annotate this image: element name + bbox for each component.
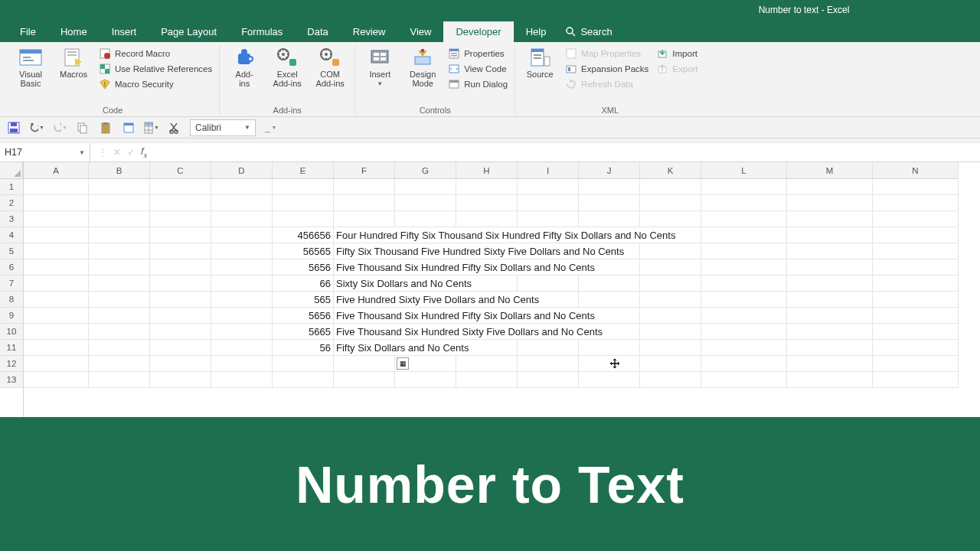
cell[interactable] [640,179,701,195]
tab-formulas[interactable]: Formulas [229,21,295,42]
cell[interactable] [456,276,518,292]
cell[interactable] [873,308,959,324]
cell[interactable] [89,372,150,388]
column-header[interactable]: H [456,162,518,179]
cell[interactable] [701,372,787,388]
cell[interactable] [701,227,787,243]
cell[interactable] [873,195,959,211]
tab-home[interactable]: Home [48,21,100,42]
cell[interactable] [89,195,150,211]
cell[interactable] [701,243,787,259]
cell[interactable] [873,356,959,372]
run-dialog-button[interactable]: Run Dialog [446,77,510,91]
cell[interactable] [518,227,579,243]
column-header[interactable]: F [334,162,395,179]
paste-button[interactable] [98,120,113,135]
cell[interactable] [395,243,456,259]
cell[interactable] [89,356,150,372]
cell[interactable] [456,356,518,372]
cell[interactable] [334,195,395,211]
cell[interactable] [150,227,211,243]
addins-button[interactable]: Add- ins [224,45,264,104]
cell[interactable] [579,340,640,356]
redo-button[interactable]: ▼ [52,120,67,135]
formula-input[interactable] [155,143,980,161]
cell[interactable] [395,179,456,195]
view-code-button[interactable]: View Code [446,62,510,76]
cell[interactable]: 456656 [273,227,334,243]
worksheet-grid[interactable]: 12345678910111213 ABCDEFGHIJKLMN 456656F… [0,162,980,417]
cell[interactable]: Five Hundred Sixty Five Dollars and No C… [334,292,395,308]
cell[interactable] [640,324,701,340]
cell[interactable] [787,356,873,372]
cell[interactable] [579,276,640,292]
table-button[interactable]: ▼ [144,120,159,135]
tab-data[interactable]: Data [295,21,340,42]
cell[interactable] [395,227,456,243]
row-header[interactable]: 6 [0,259,23,276]
cell[interactable] [150,179,211,195]
qat-customize-button[interactable]: ⎯▼ [263,120,279,135]
undo-button[interactable]: ▼ [29,120,44,135]
column-header[interactable]: A [24,162,89,179]
cancel-formula-button[interactable]: ✕ [113,147,121,158]
cell[interactable] [150,195,211,211]
cell[interactable]: Five Thousand Six Hundred Fifty Six Doll… [334,259,395,276]
cell[interactable] [787,179,873,195]
cell[interactable]: 56 [273,340,334,356]
cell[interactable]: 66 [273,276,334,292]
cell[interactable] [456,340,518,356]
cell[interactable] [395,324,456,340]
row-header[interactable]: 10 [0,324,23,340]
cell[interactable] [150,356,211,372]
row-header[interactable]: 1 [0,179,23,195]
cell[interactable]: Sixty Six Dollars and No Cents [334,276,395,292]
visual-basic-button[interactable]: Visual Basic [11,45,51,104]
save-button[interactable] [6,120,21,135]
cell[interactable] [579,372,640,388]
cell[interactable] [334,179,395,195]
cell[interactable] [787,259,873,276]
column-header[interactable]: L [701,162,787,179]
column-header[interactable]: M [787,162,873,179]
cell[interactable] [873,211,959,227]
cell[interactable]: 565 [273,292,334,308]
cell[interactable] [89,259,150,276]
tab-insert[interactable]: Insert [100,21,149,42]
row-header[interactable]: 7 [0,276,23,292]
com-addins-button[interactable]: COM Add-ins [310,45,350,104]
cell[interactable] [579,324,640,340]
cell[interactable] [395,195,456,211]
insert-control-button[interactable]: Insert ▼ [360,45,400,104]
cell[interactable] [211,211,273,227]
row-header[interactable]: 12 [0,356,23,372]
cell[interactable] [787,227,873,243]
cell[interactable] [701,356,787,372]
cell[interactable] [24,243,89,259]
cell[interactable] [518,308,579,324]
cell[interactable] [24,308,89,324]
cell[interactable] [334,372,395,388]
refresh-data-button[interactable]: Refresh Data [563,77,651,91]
cell[interactable] [701,292,787,308]
cell[interactable] [518,243,579,259]
cell[interactable] [518,356,579,372]
cell[interactable] [24,259,89,276]
cell[interactable] [579,227,640,243]
cell[interactable] [787,195,873,211]
cell[interactable] [579,195,640,211]
macros-button[interactable]: Macros [54,45,93,104]
cell[interactable] [579,259,640,276]
cell[interactable] [150,276,211,292]
use-relative-references-button[interactable]: Use Relative References [96,62,214,76]
cell[interactable] [211,259,273,276]
cell[interactable] [456,292,518,308]
cell[interactable] [211,243,273,259]
cell[interactable] [873,340,959,356]
column-header[interactable]: E [273,162,334,179]
cell[interactable] [456,308,518,324]
properties-button[interactable]: Properties [446,47,510,60]
select-all-corner[interactable] [0,162,23,179]
row-header[interactable]: 9 [0,308,23,324]
cell[interactable] [395,211,456,227]
